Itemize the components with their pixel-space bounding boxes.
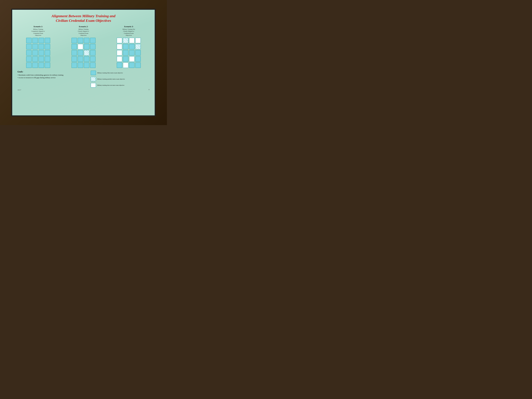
- legend-text-empty: Military training does not meet exam obj…: [97, 84, 124, 86]
- legend-text-filled: Military training fully meets exam objec…: [97, 72, 123, 74]
- scenario-3-grid: [117, 38, 141, 68]
- slide-footer: 3/8/17 9: [18, 89, 149, 91]
- slide-date: 3/8/17: [18, 89, 21, 91]
- scenarios-container: Scenario 1: Military TrainingCompletely …: [18, 25, 149, 68]
- legend-box-empty: [91, 83, 96, 88]
- scenario-3-desc: Military Training NotClosely Aligned w/C…: [122, 28, 135, 36]
- legend-box-filled: [91, 70, 96, 75]
- legend-item-hatched: Military training partially meets exam o…: [91, 77, 149, 81]
- goals-section: Goals: Maximum credit from credentialing…: [18, 70, 88, 88]
- scenario-1: Scenario 1: Military TrainingCompletely …: [18, 25, 59, 68]
- scenario-3: Scenario 3: Military Training NotClosely…: [108, 25, 149, 68]
- slide-page-number: 9: [149, 89, 150, 91]
- scenario-1-desc: Military TrainingCompletely Aligned w/Cr…: [32, 28, 45, 36]
- goal-item-2: Access to resources to fill gaps during …: [18, 76, 88, 79]
- scenario-2-desc: Military TrainingClosely Aligned w/Crede…: [78, 28, 89, 36]
- legend-item-filled: Military training fully meets exam objec…: [91, 70, 149, 75]
- scenario-1-grid: [26, 38, 50, 68]
- scenario-2-grid: [71, 38, 95, 68]
- legend-section: Military training fully meets exam objec…: [91, 70, 149, 88]
- legend-item-empty: Military training does not meet exam obj…: [91, 83, 149, 88]
- goals-title: Goals:: [18, 70, 88, 73]
- slide-title: Alignment Between Military Training and …: [18, 14, 149, 23]
- scenario-2-title: Scenario 2:: [79, 25, 88, 28]
- goals-list: Maximum credit from credentialing agenci…: [18, 74, 88, 79]
- scenario-1-title: Scenario 1:: [33, 25, 43, 28]
- legend-box-hatched: [91, 77, 96, 81]
- scenario-3-title: Scenario 3:: [124, 25, 133, 28]
- presentation-slide: Alignment Between Military Training and …: [11, 9, 156, 116]
- bottom-section: Goals: Maximum credit from credentialing…: [18, 70, 149, 88]
- scenario-2: Scenario 2: Military TrainingClosely Ali…: [63, 25, 104, 68]
- goal-item-1: Maximum credit from credentialing agenci…: [18, 74, 88, 76]
- legend-text-hatched: Military training partially meets exam o…: [97, 78, 125, 80]
